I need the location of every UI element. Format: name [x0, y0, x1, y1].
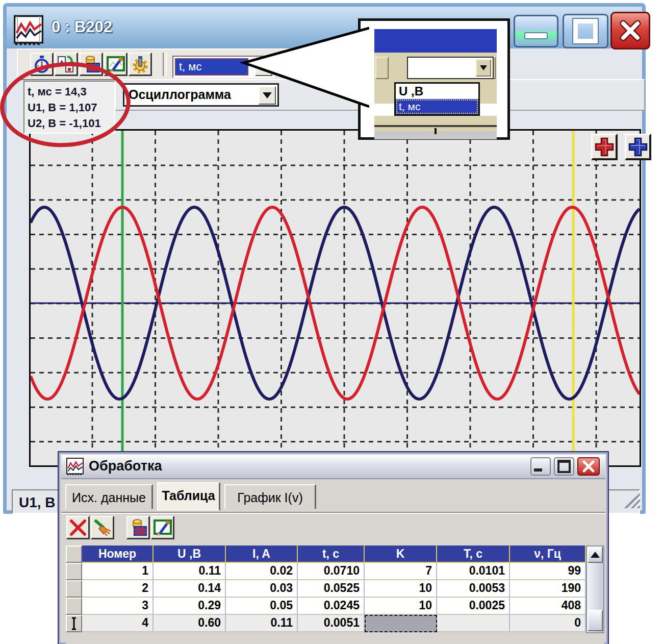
table-scrollbar[interactable]	[586, 546, 604, 633]
table-cell[interactable]: 0.02	[226, 563, 298, 580]
lock-icon	[282, 55, 300, 73]
mode-combobox-value: Осциллограмма	[129, 87, 231, 102]
data-table: Номер U ,B I, A t, c K T, c ν, Гц 1 0.11…	[66, 546, 586, 632]
lock-button[interactable]	[279, 53, 302, 76]
mode-combobox[interactable]: Осциллограмма	[123, 83, 279, 107]
callout-combobox-arrow[interactable]	[476, 59, 491, 77]
table-cell[interactable]: 0.0053	[437, 580, 510, 598]
chart-style-button[interactable]	[104, 53, 128, 76]
delete-x-icon	[69, 518, 87, 537]
tab-graph-iv[interactable]: График I(v)	[224, 484, 316, 509]
column-header[interactable]: K	[365, 546, 437, 563]
table-cell[interactable]: 408	[510, 598, 586, 615]
table-cell[interactable]: 0.60	[154, 615, 226, 632]
row-selector-current[interactable]	[66, 615, 82, 632]
dropdown-option-ub[interactable]: U ,B	[396, 84, 478, 99]
minimize-icon	[524, 32, 548, 39]
chart-style-icon	[107, 55, 125, 73]
chart-style-icon	[154, 518, 172, 537]
table-cell[interactable]: 2	[82, 580, 154, 598]
row-selector[interactable]	[66, 598, 82, 615]
table-cell[interactable]: 0.03	[226, 580, 298, 598]
table-footer-area	[66, 633, 604, 644]
table-cell[interactable]: 0.05	[226, 598, 298, 615]
table-cell[interactable]: 99	[510, 563, 586, 580]
processing-maximize-button[interactable]	[554, 457, 574, 476]
table-cell[interactable]: 0.29	[154, 598, 226, 615]
stopwatch-button[interactable]	[30, 53, 54, 76]
delete-button[interactable]	[66, 516, 90, 539]
table-cell[interactable]: 7	[365, 563, 437, 580]
table-cell[interactable]: 3	[82, 598, 154, 615]
tab-table[interactable]: Таблица	[157, 482, 220, 511]
column-header[interactable]: I, A	[226, 546, 298, 563]
dropdown-option-tms[interactable]: t, мс	[396, 99, 478, 114]
channel-combobox-value: t, мс	[175, 58, 248, 76]
app-chart-icon	[14, 15, 43, 45]
row-selector[interactable]	[66, 563, 82, 580]
channel-combobox[interactable]: t, мс	[172, 56, 274, 78]
minimize-button[interactable]	[514, 15, 558, 47]
export-data-button[interactable]	[55, 53, 78, 76]
clear-button[interactable]	[91, 516, 114, 539]
oscillogram-plot[interactable]	[31, 131, 640, 465]
maximize-icon	[573, 19, 598, 43]
table-cell[interactable]: 0.11	[226, 615, 298, 632]
data-table-button[interactable]	[80, 53, 103, 76]
callout-divider	[374, 125, 497, 127]
minimize-icon	[534, 468, 542, 472]
column-header[interactable]: U ,B	[154, 546, 226, 563]
chart-style-button[interactable]	[151, 516, 174, 539]
close-x-icon	[619, 19, 642, 42]
column-header[interactable]: t, c	[298, 546, 365, 563]
chevron-down-icon	[480, 65, 487, 70]
table-cell[interactable]: 1	[82, 563, 154, 580]
table-cell[interactable]: 0.0245	[298, 598, 365, 615]
table-cell[interactable]: 4	[82, 615, 154, 632]
table-cell[interactable]: 0.14	[154, 580, 226, 598]
channel-combobox-arrow[interactable]	[255, 58, 272, 76]
selected-cell[interactable]	[365, 615, 437, 632]
data-table-button[interactable]	[126, 516, 150, 539]
gear-icon	[131, 55, 149, 73]
chevron-down-icon	[259, 64, 268, 70]
oscillogram-chart[interactable]	[29, 129, 641, 467]
processing-titlebar[interactable]: Обработка	[61, 455, 605, 479]
processing-close-button[interactable]	[577, 457, 600, 476]
scroll-up-button[interactable]	[588, 547, 603, 563]
settings-button[interactable]	[129, 53, 152, 76]
column-header[interactable]: T, c	[437, 546, 510, 563]
row-selector[interactable]	[66, 580, 82, 598]
broom-icon	[93, 518, 112, 537]
maximize-button[interactable]	[563, 14, 608, 48]
callout-dropdown-list: U ,B t, мс	[394, 82, 480, 116]
scrollbar-thumb[interactable]	[588, 610, 603, 631]
close-button[interactable]	[610, 12, 650, 49]
column-header[interactable]: ν, Гц	[510, 546, 586, 563]
blue-plus-icon	[628, 137, 648, 157]
chevron-up-icon	[591, 552, 600, 558]
callout-titlebar	[374, 29, 497, 53]
table-cell[interactable]: 190	[510, 580, 586, 598]
main-window-title: 0 : B202	[52, 18, 112, 36]
callout-combobox[interactable]	[407, 57, 494, 79]
table-cell[interactable]: 10	[365, 598, 437, 615]
column-header[interactable]: Номер	[82, 546, 154, 563]
mode-combobox-arrow[interactable]	[259, 86, 276, 105]
table-cell[interactable]: 0.0710	[298, 563, 365, 580]
table-cell[interactable]: 0.0525	[298, 580, 365, 598]
header-corner	[66, 546, 82, 563]
page: 0 : B202 t, мс	[0, 0, 663, 644]
table-cell[interactable]: 0.0051	[298, 615, 365, 632]
processing-minimize-button[interactable]	[530, 457, 551, 476]
table-cell[interactable]: 0.0025	[437, 598, 510, 615]
table-cell[interactable]: 10	[365, 580, 437, 598]
tab-source-data[interactable]: Исх. данные	[65, 484, 153, 509]
red-cursor-button[interactable]	[591, 134, 618, 160]
table-cell[interactable]	[437, 615, 510, 632]
stopwatch-icon	[33, 55, 51, 73]
table-cell[interactable]: 0	[510, 615, 586, 632]
table-cell[interactable]: 0.0101	[437, 563, 510, 580]
blue-cursor-button[interactable]	[625, 134, 651, 160]
table-cell[interactable]: 0.11	[154, 563, 226, 580]
